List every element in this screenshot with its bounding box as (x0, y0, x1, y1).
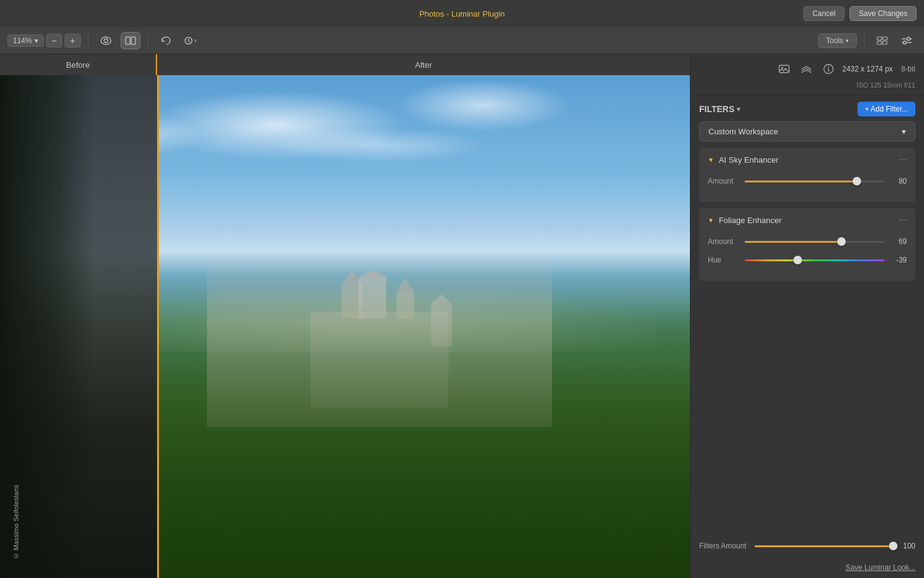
canvas-area: Before After (0, 54, 690, 578)
history-button[interactable]: ▾ (180, 32, 200, 49)
filters-amount-slider[interactable] (755, 545, 893, 547)
before-label: Before (0, 54, 157, 75)
foliage-hue-slider[interactable] (745, 254, 885, 266)
svg-rect-22 (779, 65, 789, 73)
foliage-chevron-icon: ▼ (708, 217, 714, 224)
foliage-filter-header-left: ▼ Foliage Enhancer (708, 216, 782, 225)
ai-sky-amount-thumb[interactable] (853, 177, 861, 185)
ai-sky-body: Amount 80 (699, 171, 915, 202)
titlebar: Photos - Luminar Plugin Cancel Save Chan… (0, 0, 924, 27)
grid-icon (877, 36, 888, 45)
foliage-hue-thumb[interactable] (793, 256, 802, 264)
filters-amount-label: Filters Amount (699, 542, 755, 550)
zoom-minus-button[interactable]: − (46, 34, 62, 47)
foliage-amount-thumb[interactable] (837, 237, 846, 246)
history-chevron: ▾ (194, 38, 197, 44)
after-label: After (157, 54, 690, 75)
watermark: © Massimo Seifoleslami (12, 485, 20, 560)
app-title: Photos - Luminar Plugin (419, 9, 505, 18)
layers-button[interactable] (798, 60, 815, 78)
image-icon (779, 64, 790, 74)
save-changes-button[interactable]: Save Changes (849, 6, 917, 21)
tools-menu-button[interactable]: Tools ▾ (818, 33, 857, 48)
ai-sky-amount-value: 80 (885, 177, 907, 185)
workspace-chevron-icon: ▾ (902, 127, 906, 136)
ai-sky-title: AI Sky Enhancer (719, 155, 779, 165)
foliage-amount-fill (745, 241, 841, 243)
foliage-title: Foliage Enhancer (719, 216, 782, 225)
ai-sky-amount-label: Amount (708, 177, 745, 185)
foliage-more-button[interactable]: ··· (899, 214, 907, 226)
info-circle-icon (823, 63, 834, 75)
filters-amount-fill (755, 545, 893, 547)
ai-sky-enhancer-section: ▼ AI Sky Enhancer ··· Amount (699, 148, 915, 202)
grid-view-button[interactable] (872, 32, 892, 49)
titlebar-buttons: Cancel Save Changes (803, 6, 917, 21)
panel-meta-row: 2432 x 1274 px 8-bit (699, 60, 915, 78)
toolbar-separator-2 (148, 33, 148, 48)
toolbar: 114% ▾ − + ▾ Tools ▾ (0, 27, 924, 54)
filters-amount-section: Filters Amount 100 (691, 542, 924, 556)
svg-point-1 (104, 39, 108, 43)
foliage-amount-slider[interactable] (745, 235, 885, 248)
foliage-hue-label: Hue (708, 256, 745, 264)
svg-rect-7 (877, 41, 881, 44)
filters-amount-thumb[interactable] (889, 542, 898, 550)
before-image (0, 75, 157, 578)
foliage-enhancer-section: ▼ Foliage Enhancer ··· Amount (699, 208, 915, 281)
zoom-plus-button[interactable]: + (65, 34, 81, 47)
image-dimensions: 2432 x 1274 px 8-bit (842, 65, 915, 73)
filters-title: FILTERS ▾ (699, 104, 740, 114)
svg-point-26 (828, 67, 829, 68)
add-filter-button[interactable]: + Add Filter... (857, 102, 915, 116)
svg-point-23 (782, 67, 784, 69)
undo-button[interactable] (156, 32, 176, 49)
svg-point-12 (904, 41, 907, 44)
svg-rect-5 (877, 37, 881, 40)
zoom-control: 114% ▾ − + (7, 34, 81, 47)
undo-icon (161, 36, 171, 45)
workspace-selector[interactable]: Custom Workspace ▾ (699, 121, 915, 142)
zoom-chevron-icon: ▾ (34, 36, 38, 45)
filters-list: ▼ AI Sky Enhancer ··· Amount (691, 148, 924, 542)
zoom-value[interactable]: 114% ▾ (7, 35, 44, 47)
split-view-button[interactable] (121, 32, 140, 49)
save-luminar-look-button[interactable]: Save Luminar Look... (846, 563, 915, 572)
filters-header: FILTERS ▾ + Add Filter... (691, 96, 924, 121)
filters-chevron-icon: ▾ (737, 105, 740, 113)
split-divider[interactable] (157, 75, 159, 578)
filter-header-left: ▼ AI Sky Enhancer (708, 155, 779, 165)
ai-sky-more-button[interactable]: ··· (899, 154, 907, 165)
info-button[interactable] (820, 60, 837, 78)
image-container: © Massimo Seifoleslami (0, 75, 690, 578)
ai-sky-amount-slider[interactable] (745, 175, 885, 187)
foliage-amount-track (745, 241, 885, 243)
svg-rect-2 (126, 37, 130, 44)
cancel-button[interactable]: Cancel (803, 6, 845, 21)
ai-sky-enhancer-header[interactable]: ▼ AI Sky Enhancer ··· (699, 148, 915, 171)
ai-sky-amount-track (745, 181, 885, 182)
panel-header: 2432 x 1274 px 8-bit ISO 125 15mm f/11 (691, 54, 924, 96)
before-after-labels: Before After (0, 54, 690, 75)
panel-footer: Save Luminar Look... (691, 556, 924, 578)
title-prefix: Photos - (419, 9, 452, 18)
foliage-amount-row: Amount 69 (708, 235, 907, 248)
svg-marker-19 (357, 270, 387, 277)
foliage-enhancer-header[interactable]: ▼ Foliage Enhancer ··· (699, 208, 915, 232)
main-area: Before After (0, 54, 924, 578)
preview-toggle-button[interactable] (96, 32, 116, 49)
svg-rect-8 (883, 41, 887, 44)
svg-rect-6 (883, 37, 887, 40)
layers-icon (801, 64, 812, 74)
image-info-button[interactable] (776, 60, 793, 78)
svg-point-0 (101, 37, 111, 44)
exif-info: ISO 125 15mm f/11 (699, 81, 915, 89)
ai-sky-chevron-icon: ▼ (708, 157, 714, 163)
adjustments-button[interactable] (897, 32, 917, 49)
svg-point-11 (907, 37, 910, 40)
foliage-body: Amount 69 Hue (699, 232, 915, 281)
toolbar-separator-1 (88, 33, 89, 48)
foliage-amount-value: 69 (885, 237, 907, 246)
sliders-icon (901, 36, 912, 45)
eye-icon (100, 36, 111, 45)
